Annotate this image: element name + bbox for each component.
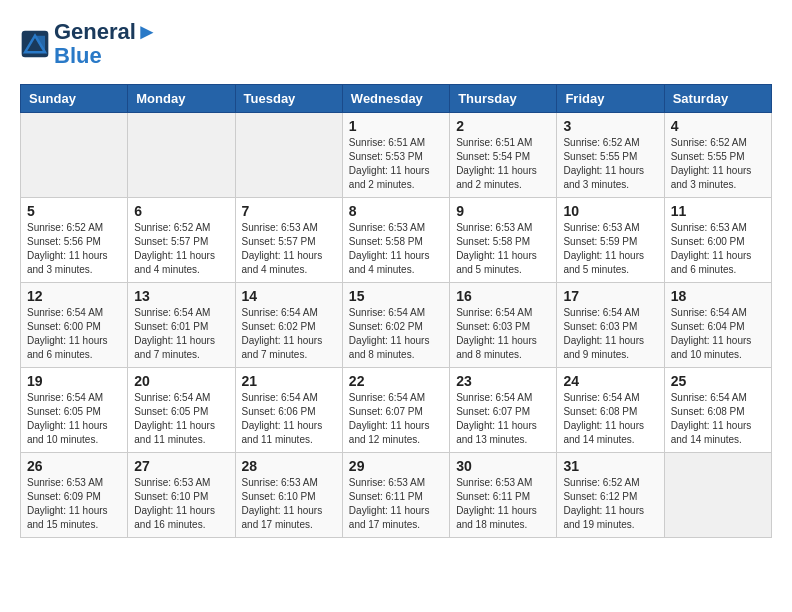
calendar-cell: 25Sunrise: 6:54 AM Sunset: 6:08 PM Dayli… [664,368,771,453]
calendar-cell: 1Sunrise: 6:51 AM Sunset: 5:53 PM Daylig… [342,113,449,198]
day-number: 10 [563,203,657,219]
day-number: 19 [27,373,121,389]
day-detail: Sunrise: 6:54 AM Sunset: 6:03 PM Dayligh… [563,306,657,362]
calendar-cell: 20Sunrise: 6:54 AM Sunset: 6:05 PM Dayli… [128,368,235,453]
logo-icon [20,29,50,59]
day-number: 1 [349,118,443,134]
calendar-cell: 14Sunrise: 6:54 AM Sunset: 6:02 PM Dayli… [235,283,342,368]
calendar-cell: 10Sunrise: 6:53 AM Sunset: 5:59 PM Dayli… [557,198,664,283]
calendar-cell: 12Sunrise: 6:54 AM Sunset: 6:00 PM Dayli… [21,283,128,368]
calendar-header: SundayMondayTuesdayWednesdayThursdayFrid… [21,85,772,113]
calendar-cell: 15Sunrise: 6:54 AM Sunset: 6:02 PM Dayli… [342,283,449,368]
calendar-cell: 27Sunrise: 6:53 AM Sunset: 6:10 PM Dayli… [128,453,235,538]
day-number: 26 [27,458,121,474]
day-number: 4 [671,118,765,134]
weekday-header-sunday: Sunday [21,85,128,113]
day-number: 28 [242,458,336,474]
day-number: 24 [563,373,657,389]
weekday-header-friday: Friday [557,85,664,113]
day-number: 27 [134,458,228,474]
day-number: 9 [456,203,550,219]
day-number: 16 [456,288,550,304]
weekday-header-thursday: Thursday [450,85,557,113]
calendar-week-1: 1Sunrise: 6:51 AM Sunset: 5:53 PM Daylig… [21,113,772,198]
day-number: 8 [349,203,443,219]
day-detail: Sunrise: 6:54 AM Sunset: 6:07 PM Dayligh… [456,391,550,447]
day-number: 5 [27,203,121,219]
calendar-cell: 2Sunrise: 6:51 AM Sunset: 5:54 PM Daylig… [450,113,557,198]
logo-text: General► Blue [54,20,158,68]
day-number: 3 [563,118,657,134]
day-number: 17 [563,288,657,304]
day-detail: Sunrise: 6:53 AM Sunset: 5:57 PM Dayligh… [242,221,336,277]
calendar-week-4: 19Sunrise: 6:54 AM Sunset: 6:05 PM Dayli… [21,368,772,453]
day-number: 20 [134,373,228,389]
day-detail: Sunrise: 6:52 AM Sunset: 6:12 PM Dayligh… [563,476,657,532]
day-detail: Sunrise: 6:54 AM Sunset: 6:05 PM Dayligh… [27,391,121,447]
day-detail: Sunrise: 6:54 AM Sunset: 6:08 PM Dayligh… [563,391,657,447]
day-detail: Sunrise: 6:53 AM Sunset: 6:11 PM Dayligh… [456,476,550,532]
day-number: 22 [349,373,443,389]
day-detail: Sunrise: 6:52 AM Sunset: 5:55 PM Dayligh… [563,136,657,192]
weekday-header-row: SundayMondayTuesdayWednesdayThursdayFrid… [21,85,772,113]
calendar-cell: 23Sunrise: 6:54 AM Sunset: 6:07 PM Dayli… [450,368,557,453]
day-number: 7 [242,203,336,219]
day-detail: Sunrise: 6:53 AM Sunset: 6:10 PM Dayligh… [242,476,336,532]
calendar-body: 1Sunrise: 6:51 AM Sunset: 5:53 PM Daylig… [21,113,772,538]
calendar-week-5: 26Sunrise: 6:53 AM Sunset: 6:09 PM Dayli… [21,453,772,538]
day-detail: Sunrise: 6:54 AM Sunset: 6:00 PM Dayligh… [27,306,121,362]
day-detail: Sunrise: 6:54 AM Sunset: 6:07 PM Dayligh… [349,391,443,447]
day-detail: Sunrise: 6:53 AM Sunset: 5:59 PM Dayligh… [563,221,657,277]
day-number: 29 [349,458,443,474]
day-number: 31 [563,458,657,474]
day-detail: Sunrise: 6:52 AM Sunset: 5:57 PM Dayligh… [134,221,228,277]
day-detail: Sunrise: 6:53 AM Sunset: 6:09 PM Dayligh… [27,476,121,532]
day-number: 6 [134,203,228,219]
day-detail: Sunrise: 6:53 AM Sunset: 6:11 PM Dayligh… [349,476,443,532]
day-number: 11 [671,203,765,219]
calendar-cell: 11Sunrise: 6:53 AM Sunset: 6:00 PM Dayli… [664,198,771,283]
calendar-cell: 8Sunrise: 6:53 AM Sunset: 5:58 PM Daylig… [342,198,449,283]
calendar-cell: 22Sunrise: 6:54 AM Sunset: 6:07 PM Dayli… [342,368,449,453]
calendar-week-3: 12Sunrise: 6:54 AM Sunset: 6:00 PM Dayli… [21,283,772,368]
day-detail: Sunrise: 6:51 AM Sunset: 5:54 PM Dayligh… [456,136,550,192]
day-detail: Sunrise: 6:53 AM Sunset: 5:58 PM Dayligh… [456,221,550,277]
calendar-cell: 29Sunrise: 6:53 AM Sunset: 6:11 PM Dayli… [342,453,449,538]
page-header: General► Blue [20,20,772,68]
weekday-header-tuesday: Tuesday [235,85,342,113]
weekday-header-saturday: Saturday [664,85,771,113]
calendar-cell: 5Sunrise: 6:52 AM Sunset: 5:56 PM Daylig… [21,198,128,283]
day-detail: Sunrise: 6:54 AM Sunset: 6:01 PM Dayligh… [134,306,228,362]
calendar-cell: 13Sunrise: 6:54 AM Sunset: 6:01 PM Dayli… [128,283,235,368]
calendar-cell: 9Sunrise: 6:53 AM Sunset: 5:58 PM Daylig… [450,198,557,283]
calendar-cell: 30Sunrise: 6:53 AM Sunset: 6:11 PM Dayli… [450,453,557,538]
calendar-cell: 26Sunrise: 6:53 AM Sunset: 6:09 PM Dayli… [21,453,128,538]
calendar-cell: 7Sunrise: 6:53 AM Sunset: 5:57 PM Daylig… [235,198,342,283]
day-detail: Sunrise: 6:54 AM Sunset: 6:03 PM Dayligh… [456,306,550,362]
calendar-cell: 4Sunrise: 6:52 AM Sunset: 5:55 PM Daylig… [664,113,771,198]
day-number: 23 [456,373,550,389]
day-detail: Sunrise: 6:53 AM Sunset: 6:00 PM Dayligh… [671,221,765,277]
day-number: 21 [242,373,336,389]
day-number: 14 [242,288,336,304]
calendar-cell [21,113,128,198]
day-detail: Sunrise: 6:53 AM Sunset: 6:10 PM Dayligh… [134,476,228,532]
calendar-cell: 19Sunrise: 6:54 AM Sunset: 6:05 PM Dayli… [21,368,128,453]
day-detail: Sunrise: 6:54 AM Sunset: 6:05 PM Dayligh… [134,391,228,447]
day-detail: Sunrise: 6:52 AM Sunset: 5:56 PM Dayligh… [27,221,121,277]
calendar-week-2: 5Sunrise: 6:52 AM Sunset: 5:56 PM Daylig… [21,198,772,283]
weekday-header-wednesday: Wednesday [342,85,449,113]
calendar-cell [128,113,235,198]
calendar-table: SundayMondayTuesdayWednesdayThursdayFrid… [20,84,772,538]
day-number: 13 [134,288,228,304]
calendar-cell: 6Sunrise: 6:52 AM Sunset: 5:57 PM Daylig… [128,198,235,283]
day-number: 30 [456,458,550,474]
weekday-header-monday: Monday [128,85,235,113]
day-number: 12 [27,288,121,304]
calendar-cell: 21Sunrise: 6:54 AM Sunset: 6:06 PM Dayli… [235,368,342,453]
logo: General► Blue [20,20,158,68]
calendar-cell: 31Sunrise: 6:52 AM Sunset: 6:12 PM Dayli… [557,453,664,538]
day-detail: Sunrise: 6:53 AM Sunset: 5:58 PM Dayligh… [349,221,443,277]
day-detail: Sunrise: 6:52 AM Sunset: 5:55 PM Dayligh… [671,136,765,192]
day-number: 25 [671,373,765,389]
